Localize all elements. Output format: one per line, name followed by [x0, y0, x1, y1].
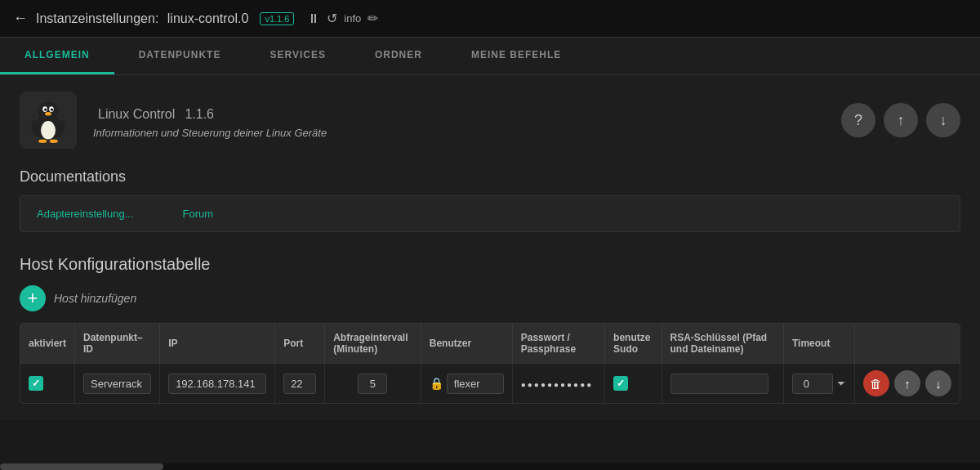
col-benutze-sudo: benutze Sudo: [605, 324, 662, 364]
version-badge: v1.1.6: [260, 12, 294, 25]
header-controls: ⏸ ↺ info ✏: [307, 11, 378, 26]
header-title: Instanzeinstellungen: linux-control.0: [36, 11, 248, 26]
adapter-name: Linux Control 1.1.6: [93, 102, 327, 123]
plus-icon: +: [20, 285, 46, 311]
datenpunkt-id-input[interactable]: [83, 374, 151, 394]
config-table-wrapper: aktiviert Datenpunkt–ID IP Port Abfragei…: [20, 323, 960, 404]
docs-link-adapter[interactable]: Adaptereinstellung...: [37, 208, 134, 220]
tab-allgemein[interactable]: ALLGEMEIN: [0, 38, 114, 74]
svg-point-1: [41, 121, 56, 139]
adapter-logo: [20, 92, 77, 149]
refresh-button[interactable]: ↺: [327, 11, 337, 26]
col-timeout: Timeout: [783, 324, 854, 364]
help-button[interactable]: ?: [841, 103, 875, 137]
scrollbar-area[interactable]: [0, 463, 980, 470]
cell-actions: 🗑 ↑ ↓: [854, 364, 960, 404]
table-row: 🔒 ●●●●●●●●●●●: [20, 364, 960, 404]
svg-point-7: [45, 112, 51, 115]
adapter-description: Informationen und Steuerung deiner Linux…: [93, 127, 327, 139]
svg-point-6: [51, 108, 53, 110]
col-actions: [854, 324, 960, 364]
svg-point-5: [44, 108, 47, 110]
col-abfrageintervall: Abfrageintervall (Minuten): [325, 324, 421, 364]
tab-meine-befehle[interactable]: MEINE BEFEHLE: [447, 38, 586, 74]
col-aktiviert: aktiviert: [20, 324, 75, 364]
col-ip: IP: [160, 324, 275, 364]
abfrageintervall-input[interactable]: [358, 374, 387, 394]
passwort-value: ●●●●●●●●●●●: [521, 380, 593, 389]
config-table: aktiviert Datenpunkt–ID IP Port Abfragei…: [20, 324, 960, 403]
table-header-row: aktiviert Datenpunkt–ID IP Port Abfragei…: [20, 324, 960, 364]
tab-services[interactable]: SERVICES: [245, 38, 350, 74]
cell-datenpunkt-id: [75, 364, 160, 404]
col-datenpunkt-id: Datenpunkt–ID: [75, 324, 160, 364]
cell-benutze-sudo: [605, 364, 662, 404]
move-up-button[interactable]: ↑: [894, 370, 920, 396]
timeout-spin[interactable]: ⏷: [836, 378, 846, 389]
back-button[interactable]: ←: [13, 10, 28, 27]
add-host-button[interactable]: + Host hinzufügen: [20, 285, 960, 311]
nav-tabs: ALLGEMEIN DATENPUNKTE SERVICES ORDNER ME…: [0, 38, 980, 75]
delete-row-button[interactable]: 🗑: [863, 370, 889, 396]
col-port: Port: [275, 324, 325, 364]
info-link[interactable]: info: [344, 12, 361, 25]
adapter-text: Linux Control 1.1.6 Informationen und St…: [93, 102, 327, 139]
tux-icon: [25, 97, 71, 143]
lock-icon: 🔒: [430, 377, 443, 390]
adapter-info: Linux Control 1.1.6 Informationen und St…: [20, 92, 960, 149]
docs-title: Documentations: [20, 168, 960, 186]
scrollbar-thumb[interactable]: [0, 463, 163, 470]
docs-link-forum[interactable]: Forum: [183, 208, 214, 220]
svg-point-8: [38, 140, 47, 143]
adapter-action-buttons: ? ↑ ↓: [841, 103, 960, 137]
benutzer-input[interactable]: [447, 374, 504, 394]
svg-point-9: [50, 140, 58, 143]
row-actions: 🗑 ↑ ↓: [863, 370, 951, 396]
download-button[interactable]: ↓: [926, 103, 960, 137]
cell-port: [275, 364, 325, 404]
host-config-section: Host Konfigurationstabelle + Host hinzuf…: [20, 255, 960, 404]
col-rsa-schluessel: RSA-Schlüssel (Pfad und Dateiname): [662, 324, 783, 364]
main-content: Linux Control 1.1.6 Informationen und St…: [0, 75, 980, 420]
cell-passwort: ●●●●●●●●●●●: [512, 364, 604, 404]
add-host-label: Host hinzufügen: [54, 292, 136, 305]
tab-datenpunkte[interactable]: DATENPUNKTE: [114, 38, 246, 74]
pause-button[interactable]: ⏸: [307, 11, 320, 26]
port-input[interactable]: [283, 374, 316, 394]
rsa-schluessel-input[interactable]: [670, 374, 768, 394]
cell-timeout: ⏷: [783, 364, 854, 404]
col-passwort: Passwort / Passphrase: [512, 324, 604, 364]
cell-rsa-schluessel: [662, 364, 783, 404]
documentation-section: Documentations Adaptereinstellung... For…: [20, 168, 960, 232]
cell-ip: [160, 364, 275, 404]
tab-ordner[interactable]: ORDNER: [350, 38, 447, 74]
host-config-title: Host Konfigurationstabelle: [20, 255, 960, 274]
col-benutzer: Benutzer: [421, 324, 512, 364]
benutze-sudo-checkbox[interactable]: [613, 376, 628, 391]
cell-aktiviert: [20, 364, 75, 404]
timeout-input[interactable]: [792, 374, 833, 394]
cell-benutzer: 🔒: [421, 364, 512, 404]
edit-button[interactable]: ✏: [368, 11, 378, 26]
header: ← Instanzeinstellungen: linux-control.0 …: [0, 0, 980, 38]
move-down-button[interactable]: ↓: [925, 370, 951, 396]
docs-box: Adaptereinstellung... Forum: [20, 195, 960, 232]
cell-abfrageintervall: [325, 364, 421, 404]
ip-input[interactable]: [168, 374, 266, 394]
upload-button[interactable]: ↑: [884, 103, 918, 137]
svg-point-2: [38, 102, 59, 120]
aktiviert-checkbox[interactable]: [29, 376, 43, 391]
